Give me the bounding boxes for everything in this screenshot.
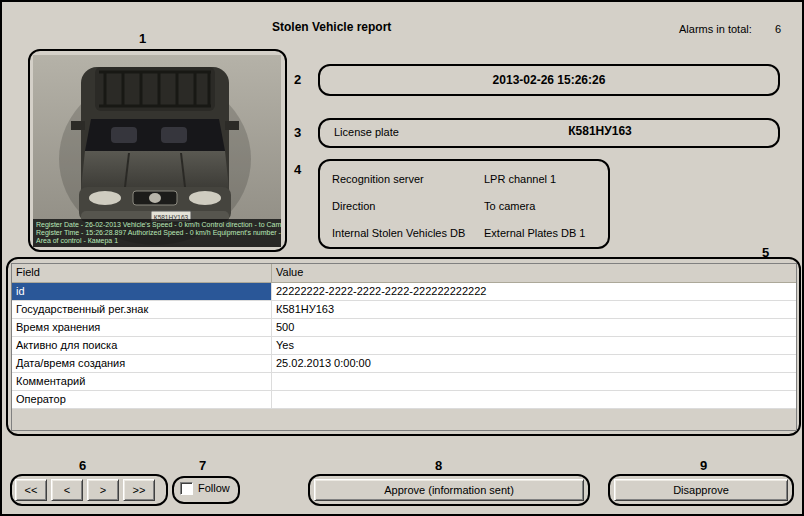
license-plate-value: К581НУ163: [500, 124, 700, 138]
navigation-buttons: << < > >>: [15, 479, 155, 501]
overlay-line-2: Register Time - 15:26:28.897 Authorized …: [36, 229, 278, 237]
field-cell[interactable]: Оператор: [12, 391, 272, 408]
table-header-row: Field Value: [12, 264, 796, 283]
field-cell[interactable]: Дата/время создания: [12, 355, 272, 372]
recognition-server-row: Recognition server LPR channel 1: [332, 165, 602, 192]
field-cell[interactable]: Активно для поиска: [12, 337, 272, 354]
table-row[interactable]: Государственный рег.знак К581НУ163: [12, 301, 796, 319]
callout-2: 2: [294, 73, 301, 86]
callout-5: 5: [762, 246, 769, 259]
table-row[interactable]: Дата/время создания 25.02.2013 0:00:00: [12, 355, 796, 373]
callout-4: 4: [294, 163, 301, 176]
follow-label: Follow: [198, 482, 230, 495]
field-cell[interactable]: Время хранения: [12, 319, 272, 336]
column-header-value[interactable]: Value: [272, 264, 796, 282]
callout-1: 1: [139, 32, 146, 45]
value-cell[interactable]: К581НУ163: [272, 301, 796, 318]
page-title: Stolen Vehicle report: [272, 20, 391, 34]
next-page-button[interactable]: >: [87, 479, 119, 501]
fields-table: Field Value id 22222222-2222-2222-2222-2…: [11, 263, 797, 431]
field-cell[interactable]: id: [12, 283, 272, 300]
vehicle-photo: К581НУ163 Register Date - 26-02-2013 Veh…: [33, 55, 281, 247]
value-cell[interactable]: 25.02.2013 0:00:00: [272, 355, 796, 372]
callout-9: 9: [700, 459, 707, 472]
callout-7: 7: [199, 459, 206, 472]
follow-control[interactable]: Follow: [180, 482, 230, 495]
value-cell[interactable]: [272, 391, 796, 408]
callout-3: 3: [294, 126, 301, 139]
overlay-line-3: Area of control - Камера 1: [36, 237, 278, 245]
direction-row: Direction To camera: [332, 192, 602, 219]
table-row[interactable]: Активно для поиска Yes: [12, 337, 796, 355]
table-row[interactable]: Оператор: [12, 391, 796, 409]
recognition-server-value: LPR channel 1: [484, 173, 556, 185]
disapprove-button[interactable]: Disapprove: [614, 479, 788, 501]
follow-checkbox[interactable]: [180, 482, 193, 495]
stolen-db-value: External Plates DB 1: [484, 227, 586, 239]
table-row[interactable]: Время хранения 500: [12, 319, 796, 337]
first-page-button[interactable]: <<: [15, 479, 47, 501]
column-header-field[interactable]: Field: [12, 264, 272, 282]
stolen-db-row: Internal Stolen Vehicles DB External Pla…: [332, 219, 602, 246]
prev-page-button[interactable]: <: [51, 479, 83, 501]
license-plate-label: License plate: [334, 126, 399, 139]
field-cell[interactable]: Комментарий: [12, 373, 272, 390]
callout-6: 6: [79, 459, 86, 472]
direction-value: To camera: [484, 200, 535, 212]
field-cell[interactable]: Государственный рег.знак: [12, 301, 272, 318]
table-row[interactable]: Комментарий: [12, 373, 796, 391]
photo-overlay: Register Date - 26-02-2013 Vehicle's Spe…: [33, 219, 281, 247]
approve-button[interactable]: Approve (information sent): [314, 479, 584, 501]
stolen-vehicle-report-window: Stolen Vehicle report Alarms in total: 6…: [0, 0, 804, 516]
table-row[interactable]: id 22222222-2222-2222-2222-222222222222: [12, 283, 796, 301]
stolen-db-label: Internal Stolen Vehicles DB: [332, 227, 484, 239]
datetime-display: 2013-02-26 15:26:26: [320, 66, 778, 94]
value-cell[interactable]: 22222222-2222-2222-2222-222222222222: [272, 283, 796, 300]
direction-label: Direction: [332, 200, 484, 212]
value-cell[interactable]: Yes: [272, 337, 796, 354]
alarms-total-count: 6: [775, 23, 781, 36]
last-page-button[interactable]: >>: [123, 479, 155, 501]
recognition-server-label: Recognition server: [332, 173, 484, 185]
overlay-line-1: Register Date - 26-02-2013 Vehicle's Spe…: [36, 221, 278, 229]
callout-8: 8: [435, 459, 442, 472]
alarms-total-label: Alarms in total:: [679, 23, 752, 36]
recognition-info: Recognition server LPR channel 1 Directi…: [332, 165, 602, 246]
value-cell[interactable]: [272, 373, 796, 390]
value-cell[interactable]: 500: [272, 319, 796, 336]
